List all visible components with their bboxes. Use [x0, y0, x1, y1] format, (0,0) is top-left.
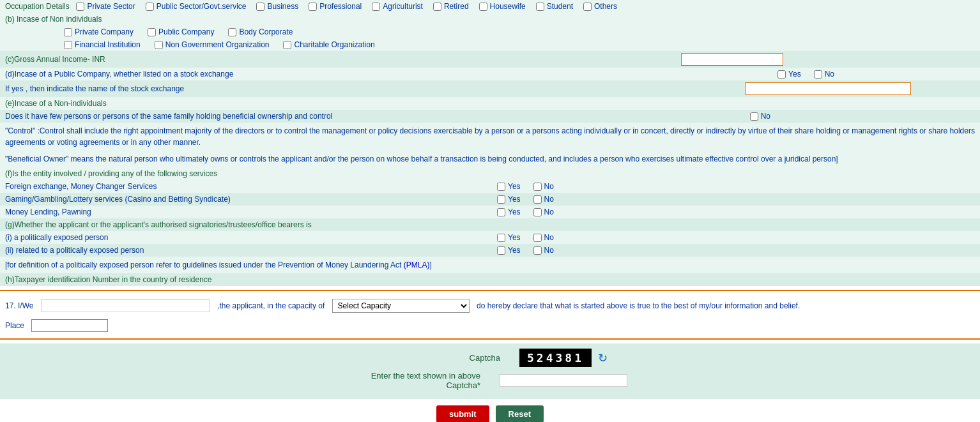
capacity-select[interactable]: Select Capacity Owner Director Trustee — [332, 299, 470, 313]
pep2-no-checkbox[interactable] — [533, 246, 542, 255]
forex-yes-checkbox[interactable] — [497, 183, 505, 191]
private-company-checkbox[interactable] — [64, 28, 72, 36]
occupation-row: Occupation Details Private Sector Public… — [0, 0, 980, 13]
private-sector-checkbox[interactable] — [76, 3, 84, 11]
forex-yes-group: Yes — [497, 182, 521, 191]
agriculturist-group: Agriculturist — [372, 2, 423, 11]
non-individuals-label: (b) Incase of Non individuals — [5, 15, 102, 24]
private-company-label: Private Company — [75, 27, 134, 36]
gross-income-input[interactable] — [681, 53, 783, 66]
gaming-no-group: No — [533, 195, 554, 204]
private-sector-group: Private Sector — [76, 2, 135, 11]
public-company-listed-row: (d)Incase of a Public Company, whether l… — [0, 68, 980, 80]
declaration-prefix: 17. I/We — [5, 301, 33, 310]
non-individuals-row: (b) Incase of Non individuals — [0, 13, 980, 26]
charitable-group: Charitable Organization — [283, 40, 374, 49]
private-company-group: Private Company — [64, 27, 134, 36]
captcha-input[interactable] — [500, 374, 627, 387]
professional-label: Professional — [319, 2, 362, 11]
public-company-checkbox[interactable] — [148, 28, 156, 36]
gaming-yes-label: Yes — [508, 195, 521, 204]
gaming-no-label: No — [544, 195, 554, 204]
pep1-no-group: No — [533, 233, 554, 242]
pep1-yes-checkbox[interactable] — [497, 234, 505, 242]
reset-button[interactable]: Reset — [496, 405, 544, 422]
non-individuals-row2: Financial Institution Non Government Org… — [0, 38, 980, 51]
declarant-name-input[interactable] — [41, 299, 210, 312]
submit-button[interactable]: submit — [436, 405, 489, 422]
agriculturist-label: Agriculturist — [383, 2, 423, 11]
gaming-yes-checkbox[interactable] — [497, 195, 505, 204]
pep-row2: (ii) related to a politically exposed pe… — [0, 244, 980, 257]
body-corporate-checkbox[interactable] — [228, 28, 236, 36]
business-checkbox[interactable] — [256, 3, 264, 11]
public-sector-label: Public Sector/Govt.service — [157, 2, 247, 11]
body-corporate-group: Body Corporate — [228, 27, 293, 36]
retired-group: Retired — [433, 2, 469, 11]
professional-checkbox[interactable] — [309, 3, 317, 11]
beneficial-no-group: No — [750, 112, 770, 121]
captcha-input-label: Enter the text shown in above Captcha* — [353, 371, 480, 390]
forex-no-checkbox[interactable] — [533, 183, 542, 191]
beneficial-def-text: "Beneficial Owner" means the natural per… — [5, 154, 838, 163]
pep1-no-label: No — [544, 233, 554, 242]
politically-exposed-header-label: (g)Whether the applicant or the applican… — [5, 220, 312, 229]
public-company-yes-checkbox[interactable] — [777, 70, 786, 79]
captcha-section: Captcha 524381 ↻ Enter the text shown in… — [0, 343, 980, 399]
beneficial-definition: "Beneficial Owner" means the natural per… — [0, 151, 980, 167]
captcha-label: Captcha — [372, 353, 500, 363]
beneficial-no-label: No — [761, 112, 770, 121]
ngo-checkbox[interactable] — [155, 41, 163, 49]
agriculturist-checkbox[interactable] — [372, 3, 380, 11]
ngo-label: Non Government Organization — [165, 40, 270, 49]
student-checkbox[interactable] — [536, 3, 544, 11]
student-label: Student — [547, 2, 573, 11]
lending-no-checkbox[interactable] — [533, 208, 542, 216]
pep-row1: (i) a politically exposed person Yes No — [0, 231, 980, 244]
gross-income-row: (c)Gross Annual Income- INR — [0, 51, 980, 68]
pmla-row: [for definition of a politically exposed… — [0, 257, 980, 273]
public-company-no-checkbox[interactable] — [814, 70, 822, 79]
gaming-no-checkbox[interactable] — [533, 195, 542, 204]
forex-no-group: No — [533, 182, 554, 191]
pep2-yes-checkbox[interactable] — [497, 246, 505, 255]
non-individuals-row1: Private Company Public Company Body Corp… — [0, 26, 980, 38]
pep2-yes-label: Yes — [508, 246, 521, 255]
taxpayer-row: (h)Taxpayer identification Number in the… — [0, 273, 980, 286]
gaming-label: Gaming/Gambling/Lottery services (Casino… — [5, 195, 497, 204]
gross-income-label: (c)Gross Annual Income- INR — [5, 55, 681, 64]
lending-yes-checkbox[interactable] — [497, 208, 505, 216]
charitable-checkbox[interactable] — [283, 41, 291, 49]
pep2-no-group: No — [533, 246, 554, 255]
public-company-listed-label: (d)Incase of a Public Company, whether l… — [5, 70, 777, 79]
others-checkbox[interactable] — [583, 3, 592, 11]
business-label: Business — [267, 2, 298, 11]
foreign-exchange-label: Foreign exchange, Money Changer Services — [5, 182, 497, 191]
place-input[interactable] — [31, 319, 108, 332]
housewife-label: Housewife — [490, 2, 526, 11]
pep2-no-label: No — [544, 246, 554, 255]
foreign-exchange-row: Foreign exchange, Money Changer Services… — [0, 180, 980, 193]
pep1-yes-label: Yes — [508, 233, 521, 242]
housewife-checkbox[interactable] — [479, 3, 487, 11]
captcha-input-row: Enter the text shown in above Captcha* — [5, 371, 975, 390]
public-sector-checkbox[interactable] — [146, 3, 154, 11]
public-company-no-label: No — [825, 70, 834, 79]
body-corporate-label: Body Corporate — [239, 27, 293, 36]
gaming-yes-group: Yes — [497, 195, 521, 204]
pmla-link[interactable]: (PMLA) — [404, 260, 430, 269]
beneficial-no-checkbox[interactable] — [750, 112, 758, 121]
services-header-row: (f)Is the entity involved / providing an… — [0, 167, 980, 180]
captcha-display-row: Captcha 524381 ↻ — [5, 349, 975, 367]
student-group: Student — [536, 2, 573, 11]
ngo-group: Non Government Organization — [155, 40, 270, 49]
pep1-no-checkbox[interactable] — [533, 234, 542, 242]
occupation-label: Occupation Details — [5, 2, 70, 11]
financial-institution-checkbox[interactable] — [64, 41, 72, 49]
services-header-label: (f)Is the entity involved / providing an… — [5, 169, 217, 178]
stock-exchange-input[interactable] — [745, 82, 911, 95]
forex-no-label: No — [544, 182, 554, 191]
captcha-refresh-icon[interactable]: ↻ — [598, 351, 608, 365]
retired-checkbox[interactable] — [433, 3, 441, 11]
money-lending-label: Money Lending, Pawning — [5, 207, 497, 216]
